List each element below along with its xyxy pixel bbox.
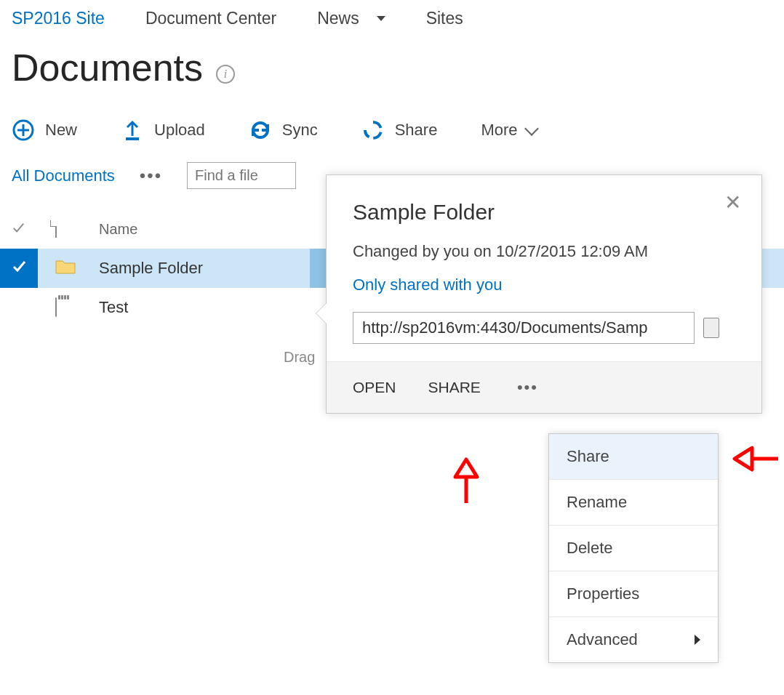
toolbar-sync-label: Sync: [282, 121, 318, 140]
select-all[interactable]: [12, 221, 55, 238]
submenu-item-rename[interactable]: Rename: [549, 480, 718, 526]
upload-icon: [121, 118, 144, 142]
info-icon[interactable]: i: [216, 65, 235, 84]
close-icon[interactable]: ✕: [724, 193, 741, 213]
nav-item-sites[interactable]: Sites: [426, 9, 463, 28]
toolbar-more-label: More: [481, 121, 517, 140]
column-type-icon: [55, 221, 99, 238]
submenu-item-delete[interactable]: Delete: [549, 526, 718, 571]
row-checkbox[interactable]: [0, 249, 38, 288]
nav-item-news[interactable]: News: [317, 9, 385, 28]
page-title: Documents: [12, 46, 203, 89]
chevron-right-icon: [695, 635, 700, 645]
chevron-down-icon: [524, 121, 539, 136]
column-name[interactable]: Name: [99, 221, 310, 238]
toolbar-more[interactable]: More: [481, 121, 536, 140]
clipboard-icon[interactable]: [703, 318, 719, 338]
top-nav: SP2016 Site Document Center News Sites: [0, 0, 784, 28]
toolbar-sync[interactable]: Sync: [249, 118, 318, 142]
row-name[interactable]: Sample Folder: [99, 259, 310, 278]
row-name[interactable]: Test: [99, 298, 310, 317]
toolbar-share[interactable]: Share: [361, 118, 438, 142]
context-submenu: Share Rename Delete Properties Advanced: [548, 433, 719, 663]
chevron-down-icon: [377, 16, 385, 21]
folder-icon: [55, 258, 99, 278]
submenu-item-properties[interactable]: Properties: [549, 571, 718, 617]
toolbar-new-label: New: [45, 121, 77, 140]
callout-ellipsis[interactable]: •••: [513, 378, 543, 397]
annotation-arrow-up: [447, 455, 486, 506]
annotation-arrow-left: [730, 439, 781, 478]
page-title-row: Documents i: [0, 28, 784, 104]
toolbar: New Upload Sync Share More: [0, 104, 784, 149]
sync-icon: [249, 118, 272, 142]
callout-title: Sample Folder: [353, 200, 735, 225]
nav-item-news-label: News: [317, 9, 359, 28]
site-link[interactable]: SP2016 Site: [12, 9, 105, 28]
submenu-item-advanced[interactable]: Advanced: [549, 617, 718, 662]
callout-share-status[interactable]: Only shared with you: [353, 276, 735, 294]
toolbar-upload[interactable]: Upload: [121, 118, 205, 142]
current-view[interactable]: All Documents: [12, 166, 115, 185]
item-callout: ✕ Sample Folder Changed by you on 10/27/…: [326, 174, 762, 414]
callout-footer: OPEN SHARE •••: [327, 361, 761, 413]
callout-share-button[interactable]: SHARE: [428, 379, 481, 396]
toolbar-upload-label: Upload: [154, 121, 205, 140]
toolbar-share-label: Share: [395, 121, 438, 140]
plus-circle-icon: [12, 118, 35, 142]
callout-meta: Changed by you on 10/27/2015 12:09 AM: [353, 242, 735, 261]
submenu-item-share[interactable]: Share: [549, 434, 718, 480]
callout-url-input[interactable]: [353, 312, 695, 344]
toolbar-new[interactable]: New: [12, 118, 77, 142]
note-icon: [55, 298, 99, 317]
search-input[interactable]: [187, 162, 296, 189]
callout-arrow-icon: [316, 303, 327, 324]
nav-item-document-center[interactable]: Document Center: [145, 9, 276, 28]
view-ellipsis[interactable]: •••: [135, 166, 167, 186]
callout-open-button[interactable]: OPEN: [353, 379, 396, 396]
share-recycle-icon: [361, 118, 385, 142]
